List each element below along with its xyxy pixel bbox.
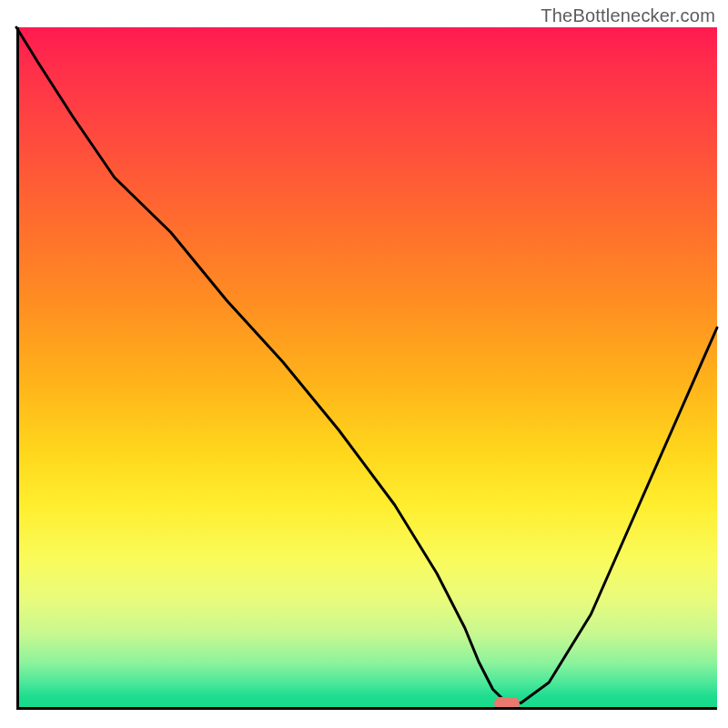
axis-x-line <box>16 707 717 710</box>
watermark-text: TheBottlenecker.com <box>541 5 715 26</box>
curve-svg <box>16 27 717 710</box>
chart-stage: TheBottlenecker.com <box>0 0 728 728</box>
bottleneck-curve-path <box>16 27 717 703</box>
plot-area <box>16 27 717 710</box>
axis-y-line <box>16 27 19 710</box>
